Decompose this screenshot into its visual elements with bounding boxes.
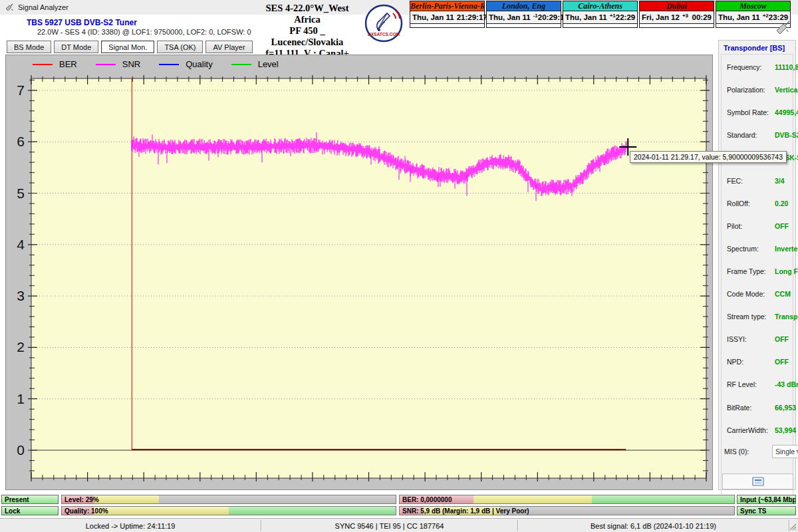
y-axis-label: 0	[17, 442, 25, 458]
tab-signal-mon-[interactable]: Signal Mon.	[101, 41, 154, 53]
transport-stream-button[interactable]	[722, 473, 793, 489]
field-value: 11110,870 MHz	[775, 63, 798, 71]
window-title: Signal Analyzer	[18, 3, 68, 11]
gauge-label: SNR: 5,9 dB (Margin: 1,9 dB | Very Poor)	[402, 507, 529, 515]
clock-footer	[640, 24, 714, 27]
header-location: PF 450 _ Lucenec/Slovakia	[255, 25, 360, 48]
badge-lock: Lock	[1, 506, 59, 515]
transponder-groupbox: Frequency:11110,870 MHzPolarization:Vert…	[721, 54, 793, 501]
tab-tsa-ok-[interactable]: TSA (OK)	[157, 41, 203, 53]
badge-present: Present	[1, 495, 59, 504]
legend-swatch	[159, 64, 179, 65]
clock-city: London, Eng	[487, 1, 561, 11]
transponder-field-npd: NPD:OFF	[727, 358, 796, 366]
legend-swatch	[96, 64, 116, 65]
transponder-field-streamtype: Stream type:Transport	[727, 313, 796, 321]
clock-body: Thu, Jan 11-120:29:17	[487, 11, 561, 24]
transponder-field-fec: FEC:3/4	[727, 177, 796, 185]
field-value: OFF	[775, 358, 789, 366]
field-label: FEC:	[727, 177, 775, 185]
gauge-segment	[473, 495, 593, 503]
legend-item-quality: Quality	[159, 59, 212, 69]
gauge-segment	[94, 495, 159, 503]
clock-city: Berlin-Paris-Vienna-Roma	[410, 1, 484, 11]
field-value: OFF	[775, 335, 789, 343]
field-value: 3/4	[775, 177, 785, 185]
field-value: Transport	[775, 313, 798, 321]
tab-av-player[interactable]: AV Player	[205, 41, 252, 53]
clock-date: Thu, Jan 11	[489, 13, 531, 21]
snr-chart[interactable]: 01234567	[6, 55, 712, 489]
clock-footer	[487, 24, 561, 27]
field-label: Pilot:	[727, 222, 775, 230]
y-axis-label: 6	[17, 134, 25, 149]
transponder-field-symbolrate: Symbol Rate:44995,416 KS/s	[727, 108, 796, 116]
y-axis-label: 7	[17, 82, 25, 98]
field-label: Code Mode:	[727, 290, 775, 298]
status-lock-uptime: Locked -> Uptime: 24:11:19	[0, 519, 261, 532]
field-label: CarrierWidth:	[727, 426, 775, 434]
header-satellite: SES 4-22.0°W_West Africa	[255, 3, 360, 25]
clock-body: Thu, Jan 11+122:29	[563, 11, 637, 24]
field-label: RF Level:	[727, 380, 775, 388]
gauge-segment	[94, 507, 229, 515]
clock-dubai: DubaiFri, Jan 12+300:29	[639, 1, 714, 28]
clock-cairo-athens: Cairo-AthensThu, Jan 11+122:29	[563, 1, 638, 28]
chart-legend: BERSNRQualityLevel	[33, 59, 279, 69]
legend-swatch	[231, 64, 251, 65]
resize-grip[interactable]	[789, 523, 797, 531]
transponder-field-pilot: Pilot:OFF	[727, 222, 796, 230]
y-axis-label: 5	[17, 186, 25, 201]
mis-label: MIS (0):	[724, 448, 772, 456]
clock-footer	[410, 24, 484, 27]
clock-date: Fri, Jan 12	[642, 13, 680, 21]
field-label: ISSYI:	[727, 335, 775, 343]
legend-label: Quality	[186, 59, 212, 69]
legend-label: SNR	[122, 59, 140, 69]
transponder-panel: Transponder [BS] Frequency:11110,870 MHz…	[718, 40, 796, 490]
field-value: Long Frame	[775, 267, 798, 275]
y-axis-label: 1	[17, 391, 25, 406]
field-value: 66,953 Mbit/s	[775, 404, 798, 412]
field-value: OFF	[775, 222, 789, 230]
clock-date: Thu, Jan 11	[565, 13, 607, 21]
field-label: NPD:	[727, 358, 775, 366]
signal-monitor-chart-panel: 01234567 BERSNRQualityLevel	[5, 55, 713, 490]
clock-date: Thu, Jan 11	[412, 13, 454, 21]
gauge-snr: SNR: 5,9 dB (Margin: 1,9 dB | Very Poor)	[399, 506, 735, 515]
gauge-segment	[592, 495, 734, 503]
badge-input-63-84-mbps-: Input (~63,84 Mbps)	[737, 495, 796, 504]
transponder-field-standard: Standard:DVB-S2	[727, 131, 796, 139]
field-value: Inverted	[775, 245, 798, 253]
chart-cursor-tooltip: 2024-01-11 21.29.17, value: 5,9000000953…	[630, 151, 787, 163]
plot-area	[31, 78, 706, 478]
y-axis-label: 4	[17, 237, 25, 252]
tab-bar: BS ModeDT ModeSignal Mon.TSA (OK)AV Play…	[7, 41, 253, 54]
mis-row: MIS (0): Single ▼	[724, 445, 793, 458]
legend-item-ber: BER	[33, 59, 77, 69]
gauge-quality: Quality: 100%	[61, 506, 396, 515]
field-value: CCM	[775, 290, 791, 298]
dxsatcs-logo: DXSATCS.COM	[364, 4, 403, 43]
field-value: 0.20	[775, 200, 788, 207]
logo-text: DXSATCS.COM	[368, 32, 400, 37]
status-best-signal: Best signal: 6,1 dB (2024-01-10 21:19)	[518, 519, 789, 532]
field-value: 53,994 MHz	[775, 426, 798, 434]
field-value: -43 dBm	[775, 380, 798, 388]
tuner-name: TBS 5927 USB DVB-S2 Tuner	[27, 18, 137, 27]
y-axis-label: 3	[17, 288, 25, 303]
gauge-label: Quality: 100%	[65, 507, 108, 515]
mis-dropdown[interactable]: Single ▼	[772, 445, 798, 458]
clock-body: Fri, Jan 12+300:29	[640, 11, 714, 24]
tuner-info: 22.0W - SES 4 (ID: 3380) @ LOF1: 9750000…	[37, 28, 251, 36]
gauge-ber: BER: 0,0000000	[399, 495, 735, 504]
tab-bs-mode[interactable]: BS Mode	[7, 41, 51, 53]
clock-berlin-paris-vienna-roma: Berlin-Paris-Vienna-RomaThu, Jan 1121:29…	[410, 1, 485, 28]
tab-dt-mode[interactable]: DT Mode	[54, 41, 98, 53]
legend-label: BER	[59, 59, 77, 69]
clock-date: Thu, Jan 11	[718, 13, 760, 21]
field-value: 44995,416 KS/s	[775, 108, 798, 116]
transponder-field-codemode: Code Mode:CCM	[727, 290, 796, 298]
clock-footer	[563, 24, 637, 27]
transponder-field-bitrate: BitRate:66,953 Mbit/s	[727, 404, 796, 412]
